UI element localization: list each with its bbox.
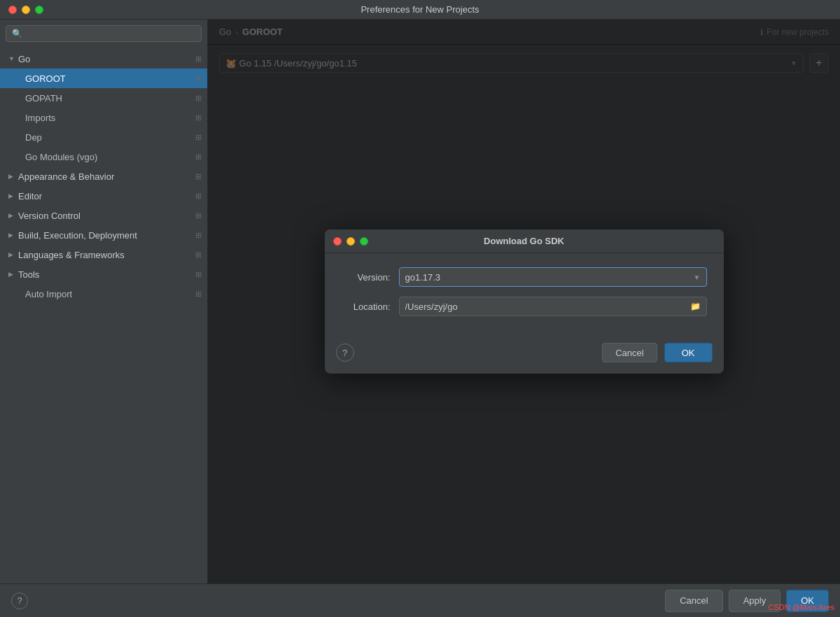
sidebar-item-label: Imports <box>25 113 195 123</box>
cancel-button[interactable]: Cancel <box>665 590 722 612</box>
version-select[interactable]: go1.17.3 ▼ <box>399 267 707 287</box>
sidebar-item-label: Editor <box>18 191 195 201</box>
expand-icon: ▶ <box>8 212 18 219</box>
search-icon: 🔍 <box>12 29 22 38</box>
location-input-wrap: 📁 <box>399 297 707 316</box>
sidebar-item-gopath[interactable]: GOPATH ⊞ <box>0 88 207 108</box>
modal-help-button[interactable]: ? <box>336 343 354 362</box>
sidebar-item-go[interactable]: ▼ Go ⊞ <box>0 49 207 69</box>
expand-icon: ▶ <box>8 192 18 199</box>
sidebar-item-label: Languages & Frameworks <box>18 250 195 260</box>
modal-overlay: Download Go SDK Version: go1.17.3 ▼ Loca… <box>208 20 840 583</box>
sidebar-item-label: Version Control <box>18 211 195 221</box>
sidebar-item-languages[interactable]: ▶ Languages & Frameworks ⊞ <box>0 245 207 264</box>
sidebar-item-label: Dep <box>25 132 195 143</box>
modal-cancel-button[interactable]: Cancel <box>602 343 657 362</box>
sidebar-item-label: GOROOT <box>25 73 195 84</box>
sidebar-item-versioncontrol[interactable]: ▶ Version Control ⊞ <box>0 206 207 225</box>
expand-icon: ▶ <box>8 271 18 278</box>
modal-minimize-button[interactable] <box>346 237 355 246</box>
modal-close-button[interactable] <box>333 237 342 246</box>
content-area: Go › GOROOT ℹ For new projects 🐹 Go 1.15… <box>208 20 840 583</box>
copy-icon: ⊞ <box>195 133 202 142</box>
sidebar-item-buildexec[interactable]: ▶ Build, Execution, Deployment ⊞ <box>0 225 207 245</box>
sidebar-item-dep[interactable]: Dep ⊞ <box>0 127 207 147</box>
sidebar-item-label: Auto Import <box>25 289 195 299</box>
help-icon: ? <box>18 596 22 606</box>
copy-icon: ⊞ <box>195 290 202 299</box>
sidebar-item-imports[interactable]: Imports ⊞ <box>0 108 207 127</box>
sidebar-item-label: Appearance & Behavior <box>18 171 195 182</box>
maximize-button[interactable] <box>35 6 43 14</box>
modal-version-row: Version: go1.17.3 ▼ <box>342 267 707 287</box>
copy-icon: ⊞ <box>195 113 202 122</box>
modal-window-controls <box>333 237 368 246</box>
copy-icon: ⊞ <box>195 94 202 103</box>
main-layout: 🔍 ▼ Go ⊞ GOROOT ⊞ GOPATH ⊞ Imports <box>0 20 840 583</box>
modal-maximize-button[interactable] <box>360 237 368 246</box>
copy-icon: ⊞ <box>195 172 202 181</box>
version-chevron-icon: ▼ <box>694 274 701 281</box>
sidebar-item-editor[interactable]: ▶ Editor ⊞ <box>0 186 207 206</box>
copy-icon: ⊞ <box>195 270 202 279</box>
help-button[interactable]: ? <box>11 593 28 609</box>
sidebar-item-label: Go <box>18 54 195 64</box>
location-label: Location: <box>342 302 391 312</box>
sidebar-item-autoimport[interactable]: Auto Import ⊞ <box>0 284 207 304</box>
folder-icon: 📁 <box>690 302 701 311</box>
copy-icon: ⊞ <box>195 231 202 240</box>
window-controls <box>8 6 43 14</box>
modal-ok-button[interactable]: OK <box>664 343 713 362</box>
copy-icon: ⊞ <box>195 74 202 83</box>
ok-button[interactable]: OK <box>786 590 829 612</box>
modal-footer: ? Cancel OK <box>325 337 724 374</box>
help-icon: ? <box>342 348 347 358</box>
bottom-action-buttons: Cancel Apply OK <box>665 590 829 612</box>
copy-icon: ⊞ <box>195 211 202 220</box>
bottom-bar: ? Cancel Apply OK CSDN @Mars'Ares <box>0 583 840 617</box>
expand-icon: ▶ <box>8 173 18 180</box>
modal-titlebar: Download Go SDK <box>325 229 724 253</box>
modal-title: Download Go SDK <box>484 236 564 246</box>
location-input[interactable] <box>405 302 687 312</box>
apply-button[interactable]: Apply <box>729 590 781 612</box>
modal-body: Version: go1.17.3 ▼ Location: 📁 <box>325 253 724 337</box>
modal-location-row: Location: 📁 <box>342 297 707 316</box>
expand-icon: ▶ <box>8 251 18 258</box>
download-sdk-modal: Download Go SDK Version: go1.17.3 ▼ Loca… <box>325 229 724 374</box>
version-value: go1.17.3 <box>405 272 441 283</box>
copy-icon: ⊞ <box>195 250 202 260</box>
expand-icon: ▼ <box>8 55 18 62</box>
sidebar-item-label: Go Modules (vgo) <box>25 152 195 162</box>
search-box[interactable]: 🔍 <box>6 25 202 42</box>
sidebar-item-label: Tools <box>18 269 195 280</box>
sidebar-tree: ▼ Go ⊞ GOROOT ⊞ GOPATH ⊞ Imports ⊞ Dep <box>0 48 207 583</box>
search-input[interactable] <box>27 29 195 38</box>
modal-footer-buttons: Cancel OK <box>602 343 712 362</box>
sidebar-item-appearance[interactable]: ▶ Appearance & Behavior ⊞ <box>0 166 207 186</box>
copy-icon: ⊞ <box>195 192 202 201</box>
version-label: Version: <box>342 272 391 283</box>
window-title: Preferences for New Projects <box>360 4 479 15</box>
close-button[interactable] <box>8 6 17 14</box>
title-bar: Preferences for New Projects <box>0 0 840 20</box>
sidebar-item-goroot[interactable]: GOROOT ⊞ <box>0 69 207 88</box>
sidebar-item-gomodules[interactable]: Go Modules (vgo) ⊞ <box>0 147 207 166</box>
sidebar-item-label: GOPATH <box>25 93 195 104</box>
expand-icon: ▶ <box>8 232 18 239</box>
sidebar-item-label: Build, Execution, Deployment <box>18 230 195 241</box>
copy-icon: ⊞ <box>195 55 202 64</box>
sidebar: 🔍 ▼ Go ⊞ GOROOT ⊞ GOPATH ⊞ Imports <box>0 20 208 583</box>
minimize-button[interactable] <box>22 6 30 14</box>
copy-icon: ⊞ <box>195 153 202 162</box>
sidebar-item-tools[interactable]: ▶ Tools ⊞ <box>0 264 207 284</box>
